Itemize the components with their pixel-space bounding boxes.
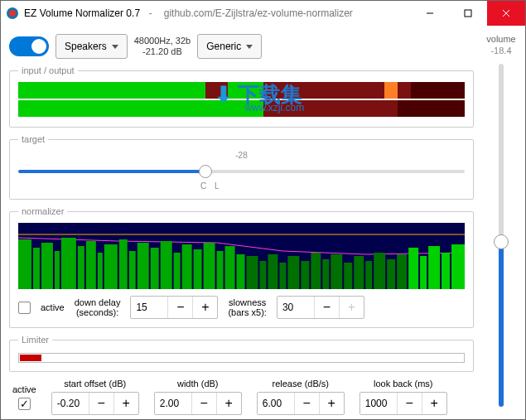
svg-rect-14 <box>98 253 103 289</box>
window: EZ Volume Normalizer 0.7 - github.com/E-… <box>0 0 526 420</box>
svg-rect-34 <box>311 253 321 289</box>
target-legend: target <box>18 134 48 144</box>
svg-rect-35 <box>322 259 329 289</box>
plus-button[interactable]: + <box>216 393 241 414</box>
target-value: -28 <box>18 151 465 160</box>
downdelay-input[interactable] <box>131 297 167 318</box>
io-legend: input / output <box>18 65 78 75</box>
db-level: -21.20 dB <box>134 46 191 57</box>
svg-rect-40 <box>374 253 385 289</box>
minus-button[interactable]: − <box>397 393 422 414</box>
top-row: Speakers 48000Hz, 32b -21.20 dB Generic <box>9 34 474 59</box>
downdelay-spinner[interactable]: − + <box>130 296 218 319</box>
target-slider[interactable] <box>18 162 465 181</box>
svg-rect-10 <box>55 251 60 289</box>
limiter-legend: Limiter <box>18 335 52 345</box>
normalizer-chart <box>18 223 465 289</box>
start-offset-input[interactable] <box>52 393 89 414</box>
limiter-meter <box>18 353 465 363</box>
svg-rect-8 <box>33 248 40 289</box>
svg-rect-38 <box>354 256 364 289</box>
plus-button[interactable]: + <box>113 393 138 414</box>
svg-rect-3 <box>465 10 471 17</box>
titlebar: EZ Volume Normalizer 0.7 - github.com/E-… <box>1 1 525 26</box>
width-spinner[interactable]: − + <box>154 392 242 415</box>
io-meters: ⬇ 下载集 www.xzji.com <box>18 82 465 118</box>
volume-panel: volume -18.4 <box>482 26 525 420</box>
plus-button[interactable]: + <box>192 297 217 318</box>
width-input[interactable] <box>155 393 191 414</box>
minimize-button[interactable] <box>411 1 449 26</box>
lookback-input[interactable] <box>360 393 397 414</box>
sample-info: 48000Hz, 32b -21.20 dB <box>134 36 191 57</box>
minus-button[interactable]: − <box>191 393 216 414</box>
minus-button[interactable]: − <box>314 297 339 318</box>
svg-rect-42 <box>397 254 407 289</box>
svg-rect-25 <box>217 251 224 289</box>
svg-rect-23 <box>194 249 202 289</box>
close-button[interactable] <box>487 1 525 26</box>
title-text: EZ Volume Normalizer 0.7 - github.com/E-… <box>24 7 411 19</box>
start-offset-spinner[interactable]: − + <box>51 392 139 415</box>
normalizer-active-checkbox[interactable] <box>18 302 31 314</box>
svg-rect-7 <box>18 239 31 289</box>
minus-button[interactable]: − <box>167 297 192 318</box>
caret-icon <box>246 45 253 49</box>
svg-rect-43 <box>408 248 418 289</box>
tick-l: L <box>210 181 224 191</box>
normalizer-legend: normalizer <box>18 206 67 216</box>
sample-rate: 48000Hz, 32b <box>134 36 191 46</box>
plus-button[interactable]: + <box>422 393 446 414</box>
target-group: target -28 C L <box>9 134 474 200</box>
svg-rect-12 <box>78 246 84 289</box>
svg-rect-20 <box>161 241 172 289</box>
power-toggle[interactable] <box>9 36 49 56</box>
preset-dropdown[interactable]: Generic <box>197 34 262 59</box>
app-name: EZ Volume Normalizer 0.7 <box>24 7 140 19</box>
normalizer-group: normalizer <box>9 206 474 328</box>
volume-label: volume <box>486 34 515 44</box>
release-label: release (dB/s) <box>273 379 329 389</box>
repo-link[interactable]: github.com/E-Zijlstra/ez-volume-normaliz… <box>164 7 353 19</box>
release-spinner[interactable]: − + <box>257 392 345 415</box>
svg-rect-24 <box>204 243 215 289</box>
limiter-active-checkbox[interactable] <box>18 398 31 410</box>
svg-rect-32 <box>287 256 299 289</box>
release-input[interactable] <box>258 393 294 414</box>
svg-rect-33 <box>301 261 309 289</box>
lookback-label: look back (ms) <box>374 379 433 389</box>
plus-button[interactable]: + <box>339 297 364 318</box>
preset-label: Generic <box>206 41 241 52</box>
svg-rect-27 <box>237 254 245 289</box>
tick-c: C <box>197 181 210 191</box>
slowness-input[interactable] <box>277 297 314 318</box>
device-dropdown[interactable]: Speakers <box>55 34 128 59</box>
slowness-spinner[interactable]: − + <box>277 296 364 319</box>
svg-rect-46 <box>442 253 450 289</box>
normalizer-active-label: active <box>41 302 65 312</box>
slowness-label: slowness(bars x5): <box>228 297 266 317</box>
svg-rect-45 <box>428 246 440 289</box>
maximize-button[interactable] <box>449 1 487 26</box>
svg-rect-19 <box>151 248 159 289</box>
minus-button[interactable]: − <box>89 393 113 414</box>
svg-rect-28 <box>246 256 258 289</box>
svg-rect-9 <box>41 243 53 289</box>
svg-rect-37 <box>344 263 352 289</box>
svg-rect-17 <box>129 251 136 289</box>
app-icon <box>6 7 19 20</box>
svg-point-1 <box>9 10 16 17</box>
svg-rect-13 <box>86 241 96 289</box>
svg-rect-18 <box>138 243 149 289</box>
start-offset-label: start offset (dB) <box>64 379 126 389</box>
device-label: Speakers <box>65 41 107 52</box>
minus-button[interactable]: − <box>294 393 319 414</box>
svg-rect-36 <box>331 254 342 289</box>
plus-button[interactable]: + <box>319 393 344 414</box>
svg-rect-41 <box>387 259 395 289</box>
svg-rect-29 <box>259 261 266 289</box>
svg-rect-16 <box>119 239 128 289</box>
volume-slider[interactable] <box>492 64 510 407</box>
limiter-group: Limiter <box>9 335 474 372</box>
lookback-spinner[interactable]: − + <box>360 392 447 415</box>
